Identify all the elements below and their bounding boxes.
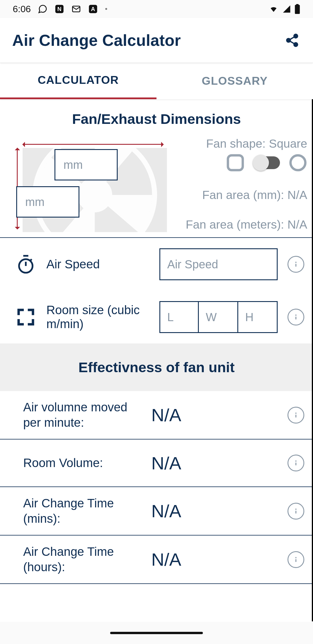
svg-point-18 <box>296 315 296 315</box>
svg-text:A: A <box>91 6 95 12</box>
air-volume-value: N/A <box>148 405 279 425</box>
room-volume-label: Room Volume: <box>23 455 148 471</box>
air-volume-info-button[interactable] <box>287 407 304 424</box>
air-speed-row: Air Speed Air Speed <box>0 238 313 291</box>
svg-rect-6 <box>296 4 299 5</box>
act-hours-value: N/A <box>148 549 279 570</box>
mail-icon <box>71 4 81 14</box>
effectiveness-header: Effectivness of fan unit <box>0 343 313 391</box>
battery-icon <box>294 4 300 14</box>
room-size-info-button[interactable] <box>287 309 304 325</box>
fan-area-meters: Fan area (meters): N/A <box>172 218 307 231</box>
svg-point-20 <box>296 461 296 461</box>
wifi-icon <box>268 5 279 13</box>
act-mins-value: N/A <box>148 501 279 521</box>
result-act-hours: Air Change Time (hours): N/A <box>0 536 313 584</box>
svg-point-16 <box>19 259 33 273</box>
air-speed-label: Air Speed <box>46 257 158 271</box>
act-hours-info-button[interactable] <box>287 551 304 568</box>
svg-rect-14 <box>228 155 243 170</box>
gesture-nav-bar[interactable] <box>0 622 313 644</box>
fan-diagram: mm mm <box>6 136 166 232</box>
svg-point-19 <box>296 413 296 413</box>
act-mins-info-button[interactable] <box>287 503 304 520</box>
tab-calculator[interactable]: CALCULATOR <box>0 63 156 99</box>
circle-shape-icon <box>289 153 307 172</box>
fan-dimension-panel: mm mm Fan shape: Square Fan area (mm): N… <box>0 136 313 238</box>
room-width-input[interactable]: W <box>199 301 238 333</box>
whatsapp-icon <box>38 4 48 14</box>
room-volume-value: N/A <box>148 453 279 473</box>
tab-glossary[interactable]: GLOSSARY <box>156 63 313 99</box>
svg-point-17 <box>296 262 296 263</box>
page-title: Air Change Calculator <box>12 31 282 50</box>
room-height-input[interactable]: H <box>238 301 278 333</box>
fan-shape-label: Fan shape: Square <box>172 137 307 151</box>
n-box-icon: N <box>54 4 64 14</box>
svg-point-22 <box>296 557 296 558</box>
fan-height-input[interactable]: mm <box>16 186 79 218</box>
square-shape-icon <box>226 153 245 172</box>
svg-line-11 <box>290 41 294 44</box>
tabs: CALCULATOR GLOSSARY <box>0 63 313 99</box>
room-size-row: Room size (cubic m/min) L W H <box>0 291 313 343</box>
svg-text:N: N <box>57 6 61 12</box>
gesture-pill[interactable] <box>110 632 203 634</box>
share-button[interactable] <box>282 30 302 50</box>
fan-shape-toggle[interactable] <box>253 156 280 169</box>
svg-point-8 <box>287 38 290 42</box>
svg-point-7 <box>294 34 298 38</box>
expand-icon <box>14 306 37 328</box>
effectiveness-title: Effectivness of fan unit <box>0 359 313 375</box>
result-act-mins: Air Change Time (mins): N/A <box>0 487 313 536</box>
air-volume-label: Air volumne moved per minute: <box>23 400 148 430</box>
svg-point-9 <box>294 43 298 46</box>
more-notifications-dot: • <box>105 5 107 13</box>
width-arrow <box>23 144 163 145</box>
room-size-label: Room size (cubic m/min) <box>46 303 158 331</box>
fan-area-mm: Fan area (mm): N/A <box>172 188 307 202</box>
svg-point-15 <box>290 155 305 170</box>
result-room-volume: Room Volume: N/A <box>0 439 313 487</box>
room-length-input[interactable]: L <box>159 301 199 333</box>
result-air-volume: Air volumne moved per minute: N/A <box>0 391 313 439</box>
svg-rect-5 <box>295 5 300 14</box>
signal-icon <box>282 5 291 13</box>
stopwatch-icon <box>14 253 37 276</box>
act-hours-label: Air Change Time (hours): <box>23 544 148 575</box>
svg-point-21 <box>296 509 296 509</box>
status-bar: 6:06 N A • <box>0 0 313 18</box>
app-bar: Air Change Calculator <box>0 18 313 63</box>
act-mins-label: Air Change Time (mins): <box>23 496 148 526</box>
a-box-icon: A <box>88 4 98 14</box>
air-speed-info-button[interactable] <box>287 256 304 273</box>
air-speed-input[interactable]: Air Speed <box>159 248 278 280</box>
fan-section-title: Fan/Exhaust Dimensions <box>0 99 313 136</box>
svg-line-10 <box>290 37 294 39</box>
fan-width-input[interactable]: mm <box>54 149 118 180</box>
room-volume-info-button[interactable] <box>287 455 304 471</box>
status-time: 6:06 <box>13 4 31 15</box>
